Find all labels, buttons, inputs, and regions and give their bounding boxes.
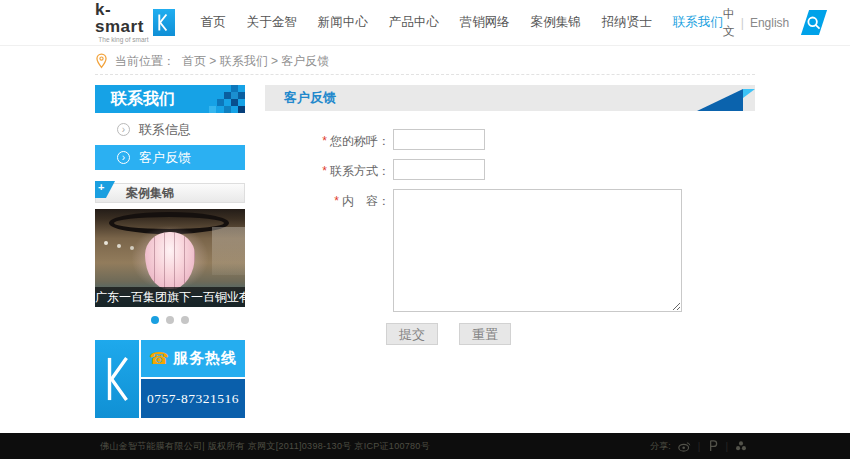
content-label: *内 容： [265,189,393,312]
breadcrumb-prefix: 当前位置： [115,53,175,70]
location-pin-icon [95,53,108,69]
carousel-dot[interactable] [151,316,159,324]
nav-item-marketing[interactable]: 营销网络 [460,14,510,31]
main-panel: 客户反馈 *您的称呼： *联系方式： *内 容： [265,85,755,418]
case-photo[interactable]: 广东一百集团旗下一百铜业有 [95,209,245,307]
feedback-form: *您的称呼： *联系方式： *内 容： 提交 重置 [265,129,755,345]
form-row-contact: *联系方式： [265,159,755,180]
contact-field[interactable] [393,159,485,180]
required-mark: * [322,164,327,178]
case-caption[interactable]: 广东一百集团旗下一百铜业有 [95,287,245,307]
search-button[interactable] [801,10,827,35]
nav-item-cases[interactable]: 案例集锦 [531,14,581,31]
cases-section-title: 案例集锦 [126,186,174,200]
chevron-right-icon: › [117,123,130,136]
content-field[interactable] [393,189,682,312]
form-buttons: 提交 重置 [386,323,755,345]
cases-section-header[interactable]: + 案例集锦 [95,183,245,203]
contact-label: *联系方式： [265,159,393,180]
search-icon [805,14,823,32]
mosaic-decoration [189,85,245,113]
name-field[interactable] [393,129,485,150]
nav-item-products[interactable]: 产品中心 [389,14,439,31]
share-bar: 分享: | | [650,440,747,453]
share-label: 分享: [650,440,671,453]
page-title-bar: 客户反馈 [265,85,755,111]
sidebar-item-label: 客户反馈 [139,149,191,167]
submit-button[interactable]: 提交 [386,323,438,345]
hotline-number: 0757-87321516 [141,379,245,418]
sidebar-menu: › 联系信息 › 客户反馈 [95,117,245,170]
breadcrumb-trail[interactable]: 首页 > 联系我们 > 客户反馈 [182,53,329,70]
nav-item-contact[interactable]: 联系我们 [673,14,723,31]
lang-en[interactable]: English [750,16,789,30]
triangle-decoration [697,85,755,111]
carousel-dot[interactable] [181,316,189,324]
sidebar-section-title-text: 联系我们 [111,90,175,107]
carousel-dots [95,316,245,324]
logo-text: k-smart [95,1,149,35]
lang-separator: | [741,16,744,30]
main-nav: 首页 关于金智 新闻中心 产品中心 营销网络 案例集锦 招纳贤士 联系我们 [201,14,723,31]
k-logo-icon [95,340,139,418]
required-mark: * [322,134,327,148]
nav-item-about[interactable]: 关于金智 [247,14,297,31]
sidebar: 联系我们 › 联系信息 › 客户反馈 [95,85,245,418]
site-footer: 佛山金智节能膜有限公司| 版权所有 京网文[2011]0398-130号 京IC… [0,433,850,459]
shelf-shape [212,227,245,275]
sidebar-item-customer-feedback[interactable]: › 客户反馈 [95,145,245,170]
phone-icon: ☎ [149,351,169,367]
reset-button[interactable]: 重置 [459,323,511,345]
weibo-icon[interactable] [678,441,691,452]
hotline-label: 服务热线 [173,349,237,368]
copyright-text: 佛山金智节能膜有限公司| 版权所有 京网文[2011]0398-130号 京IC… [100,440,430,453]
site-header: k-smart The king of smart 首页 关于金智 新闻中心 产… [0,0,850,46]
renren-icon[interactable] [735,440,747,452]
share-separator: | [698,441,701,452]
content-area: 联系我们 › 联系信息 › 客户反馈 [95,85,755,418]
name-label: *您的称呼： [265,129,393,150]
share-separator: | [725,441,728,452]
breadcrumb: 当前位置： 首页 > 联系我们 > 客户反馈 [95,48,755,75]
nav-item-jobs[interactable]: 招纳贤士 [602,14,652,31]
nav-item-news[interactable]: 新闻中心 [318,14,368,31]
hotline-header: ☎ 服务热线 [141,340,245,377]
sidebar-section-title: 联系我们 [95,85,245,113]
form-row-name: *您的称呼： [265,129,755,150]
tencent-weibo-icon[interactable] [707,440,718,452]
form-row-content: *内 容： [265,189,755,312]
plus-corner-icon: + [95,181,115,198]
lang-zh[interactable]: 中文 [723,6,735,40]
page-title: 客户反馈 [265,85,755,111]
wall-spotlights-shape [104,241,108,245]
logo-tagline: The king of smart [98,37,148,44]
sidebar-item-label: 联系信息 [139,121,191,139]
nav-item-home[interactable]: 首页 [201,14,226,31]
language-switch: 中文 | English [723,6,789,40]
logo[interactable]: k-smart The king of smart [95,1,175,44]
chevron-right-icon: › [117,151,130,164]
sidebar-item-contact-info[interactable]: › 联系信息 [95,117,245,142]
required-mark: * [334,194,339,208]
k-logo-icon [153,9,175,36]
service-hotline-banner: ☎ 服务热线 0757-87321516 [95,340,245,418]
carousel-dot[interactable] [166,316,174,324]
